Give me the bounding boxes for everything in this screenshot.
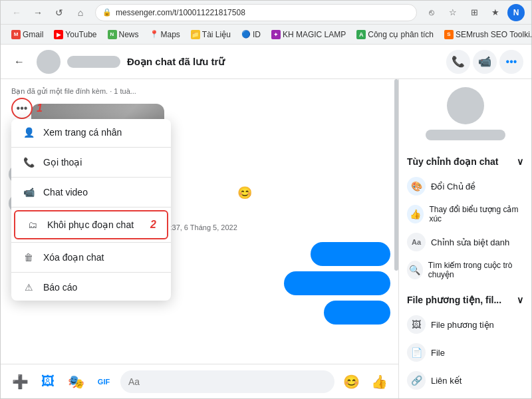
bookmark-button[interactable]: ★: [486, 3, 505, 22]
sticker-button[interactable]: 🎭: [65, 370, 87, 393]
profile-avatar[interactable]: N: [507, 4, 525, 21]
extension-button[interactable]: ⊞: [465, 3, 483, 22]
nickname-icon: Aa: [407, 233, 426, 251]
customize-section-header[interactable]: Tùy chỉnh đoạn chat ∨: [407, 151, 523, 172]
link-icon: 🔗: [407, 371, 426, 390]
bookmark-youtube[interactable]: ▶ YouTube: [50, 29, 100, 41]
media-title: File phương tiện, fil...: [407, 295, 501, 305]
bookmark-gmail[interactable]: M Gmail: [7, 29, 47, 41]
nickname-item[interactable]: Aa Chỉnh sửa biệt danh: [407, 228, 523, 256]
right-panel-name: [426, 130, 505, 140]
change-theme-item[interactable]: 🎨 Đổi Chủ đề: [407, 172, 523, 200]
image-files-icon: 🖼: [407, 315, 426, 334]
chat-partner-name: [67, 56, 120, 68]
bookmark-tailieu[interactable]: 📁 Tài Liệu: [187, 29, 235, 41]
menu-item-report[interactable]: ⚠ Báo cáo: [11, 274, 171, 301]
links-item[interactable]: 🔗 Liên kết: [407, 366, 523, 394]
star-button[interactable]: ☆: [444, 3, 462, 22]
bookmark-magiclamp[interactable]: ✦ KH MAGIC LAMP: [267, 29, 350, 41]
magic-icon: ✦: [271, 30, 281, 39]
emoji-button[interactable]: 😊: [340, 370, 362, 393]
video-call-button[interactable]: 📹: [473, 50, 497, 74]
call-button[interactable]: 📞: [446, 50, 470, 74]
annotation-1: 1: [37, 102, 43, 114]
menu-item-call[interactable]: 📞 Gọi thoại: [11, 149, 171, 176]
emoji-reaction: 😊: [237, 186, 252, 200]
menu-divider-4: [11, 242, 171, 243]
menu-item-restore[interactable]: 🗂 Khôi phục đoạn chat 2: [14, 210, 168, 239]
home-button[interactable]: ⌂: [71, 3, 90, 22]
phone-icon: 📞: [22, 156, 35, 169]
address-bar[interactable]: 🔒 messenger.com/t/100011221817508: [95, 4, 417, 21]
trash-icon: 🗑: [22, 251, 35, 264]
id-icon: 🔵: [241, 30, 251, 39]
url-text: messenger.com/t/100011221817508: [116, 8, 245, 17]
lock-icon: 🔒: [102, 8, 112, 17]
menu-item-view-profile[interactable]: 👤 Xem trang cá nhân: [11, 119, 171, 146]
chat-title: Đoạn chat đã lưu trữ: [127, 56, 440, 68]
add-button[interactable]: ➕: [9, 370, 31, 393]
context-menu: 👤 Xem trang cá nhân 📞 Gọi thoại 📹 Chat v…: [11, 119, 171, 301]
maps-icon: 📍: [150, 30, 159, 39]
bookmark-semrush[interactable]: S SEMrush SEO Toolki...: [440, 29, 531, 41]
sent-bubble-1: [311, 242, 390, 266]
bookmark-maps[interactable]: 📍 Maps: [146, 29, 184, 41]
refresh-button[interactable]: ↺: [50, 3, 68, 22]
media-section-header[interactable]: File phương tiện, fil... ∨: [407, 289, 523, 311]
more-options-area: ••• 1: [11, 98, 43, 119]
scrollbar[interactable]: [394, 79, 398, 398]
menu-divider-3: [11, 207, 171, 207]
files-item[interactable]: 📄 File: [407, 338, 523, 366]
menu-item-video[interactable]: 📹 Chat video: [11, 179, 171, 205]
header-actions: 📞 📹 •••: [446, 50, 523, 74]
bookmark-id[interactable]: 🔵 ID: [237, 29, 265, 41]
semrush-icon: S: [444, 30, 454, 39]
news-icon: N: [108, 30, 117, 39]
back-button[interactable]: ←: [7, 3, 26, 22]
messenger-app: ← Đoạn chat đã lưu trữ 📞 📹 ••• Bạn đã gử…: [1, 45, 531, 398]
bookmark-news[interactable]: N News: [104, 29, 143, 41]
bookmarks-bar: M Gmail ▶ YouTube N News 📍 Maps 📁 Tài Li…: [1, 25, 531, 45]
main-content: Bạn đã gửi một file đính kèm. · 1 tuà...…: [1, 79, 531, 398]
forward-button[interactable]: →: [29, 3, 47, 22]
chat-notification: Bạn đã gửi một file đính kèm. · 1 tuà...: [9, 87, 390, 96]
menu-divider-2: [11, 177, 171, 178]
menu-item-video-label: Chat video: [43, 187, 88, 198]
message-input[interactable]: [120, 370, 334, 393]
browser-frame: ← → ↺ ⌂ 🔒 messenger.com/t/10001122181750…: [0, 0, 532, 399]
chevron-down-icon: ∨: [517, 156, 523, 167]
menu-divider-1: [11, 147, 171, 148]
search-chat-item[interactable]: 🔍 Tìm kiếm trong cuộc trò chuyện: [407, 256, 523, 284]
right-panel-section-2: File phương tiện, fil... ∨ 🖼 File phương…: [399, 289, 531, 394]
bookmark-analytics[interactable]: A Công cụ phân tích: [352, 29, 438, 41]
image-button[interactable]: 🖼: [37, 370, 59, 393]
menu-item-view-profile-label: Xem trang cá nhân: [43, 127, 122, 138]
menu-item-delete-label: Xóa đoạn chat: [43, 252, 104, 263]
chevron-down-icon-2: ∨: [517, 295, 523, 305]
more-options-button[interactable]: •••: [11, 98, 33, 119]
messenger-header: ← Đoạn chat đã lưu trữ 📞 📹 •••: [1, 45, 531, 79]
browser-titlebar: ← → ↺ ⌂ 🔒 messenger.com/t/10001122181750…: [1, 1, 531, 25]
search-chat-icon: 🔍: [407, 261, 423, 279]
share-button[interactable]: ⎋: [422, 3, 441, 22]
chat-area: Bạn đã gửi một file đính kèm. · 1 tuà...…: [1, 79, 398, 398]
folder-icon: 📁: [191, 30, 200, 39]
person-icon: 👤: [22, 126, 35, 139]
like-button[interactable]: 👍: [368, 370, 390, 393]
browser-actions: ⎋ ☆ ⊞ ★ N: [422, 3, 525, 22]
analytics-icon: A: [356, 30, 366, 39]
file-icon: 📄: [407, 343, 426, 362]
change-emoji-item[interactable]: 👍 Thay đổi biểu tượng cảm xúc: [407, 200, 523, 228]
warning-icon: ⚠: [22, 281, 35, 294]
gmail-icon: M: [11, 30, 21, 39]
nav-buttons: ← → ↺ ⌂: [7, 3, 90, 22]
gif-button[interactable]: GIF: [92, 370, 115, 393]
annotation-2: 2: [150, 219, 156, 231]
customize-title: Tùy chỉnh đoạn chat: [407, 156, 498, 167]
menu-item-delete[interactable]: 🗑 Xóa đoạn chat: [11, 244, 171, 271]
chat-input-area: ➕ 🖼 🎭 GIF 😊 👍: [1, 364, 398, 398]
back-to-list-button[interactable]: ←: [9, 51, 30, 72]
more-options-header-button[interactable]: •••: [499, 50, 523, 74]
media-files-item[interactable]: 🖼 File phương tiện: [407, 311, 523, 338]
youtube-icon: ▶: [54, 30, 63, 39]
